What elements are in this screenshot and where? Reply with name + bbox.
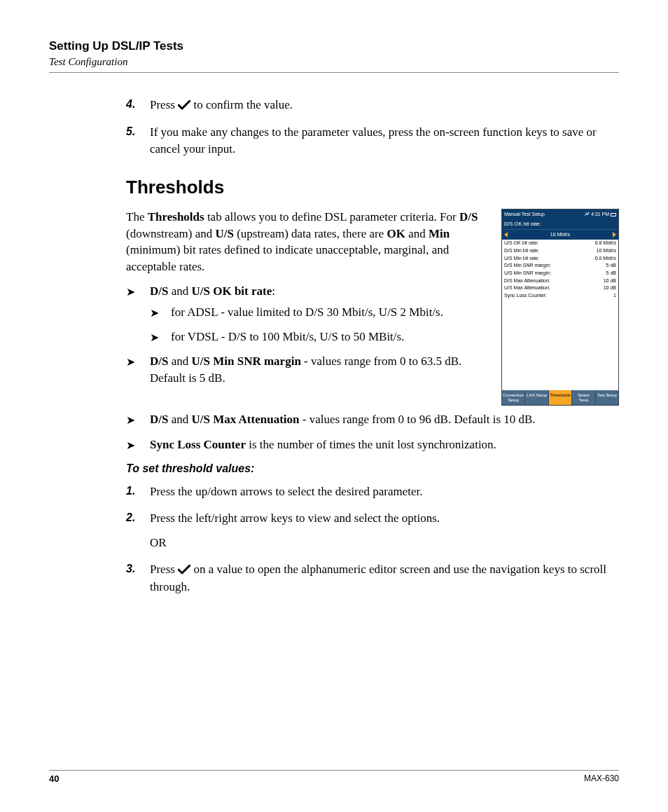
text: and [168, 284, 191, 298]
device-screen-title: Manual Test Setup [504, 211, 545, 218]
device-row-value: 0.6 Mbit/s [595, 255, 616, 262]
text: and [168, 355, 191, 368]
sub-bullet: for ADSL - value limited to D/S 30 Mbit/… [150, 304, 619, 320]
checkmark-icon [178, 563, 190, 579]
bold-text: D/S [150, 284, 168, 298]
device-row-value: 16 Mbit/s [597, 247, 616, 254]
header-divider [49, 72, 619, 73]
sub-bullet-list: for ADSL - value limited to D/S 30 Mbit/… [150, 304, 619, 345]
device-row-label: U/S Min SNR margin: [504, 270, 551, 277]
text: and [405, 227, 429, 240]
bold-text: U/S Min SNR margin [192, 355, 301, 368]
step-text-post: to confirm the value. [193, 98, 293, 111]
step-text-pre: Press [150, 98, 178, 111]
device-row-value: 0.8 Mbit/s [595, 240, 616, 247]
device-row-label: D/S Min bit rate: [504, 247, 539, 254]
bold-text: U/S Max Attenuation [192, 413, 300, 426]
or-text: OR [150, 535, 619, 551]
footer-divider [49, 770, 619, 771]
device-row-label: D/S Min SNR margin: [504, 262, 551, 269]
text: is the number of times the unit lost syn… [246, 438, 496, 451]
section-title: Test Configuration [49, 56, 619, 68]
set-thresholds-subheading: To set threshold values: [126, 461, 619, 476]
text: The [126, 210, 148, 223]
step-text: Press the up/down arrows to select the d… [150, 485, 422, 498]
text: (downstream) and [126, 227, 215, 240]
text: : [272, 284, 275, 298]
device-row-label: U/S Min bit rate: [504, 255, 539, 262]
device-row-label: U/S OK bit rate: [504, 240, 538, 247]
step-4: 4. Press to confirm the value. [126, 97, 619, 114]
device-row-value: 5 dB [606, 270, 616, 277]
step-number: 3. [126, 561, 135, 577]
step-2: 2. Press the left/right arrow keys to vi… [126, 510, 619, 551]
bold-text: Thresholds [148, 210, 204, 223]
step-3: 3. Press on a value to open the alphanum… [126, 561, 619, 596]
step-number: 5. [126, 124, 135, 139]
right-arrow-icon [613, 232, 616, 238]
device-time: 4:31 PM [591, 211, 609, 218]
device-param-selector: 18 Mbit/s [502, 229, 618, 240]
device-list-row: U/S Min bit rate:0.6 Mbit/s [502, 254, 618, 262]
device-row-value: 5 dB [606, 262, 616, 269]
device-tab: Connection Setup [502, 390, 525, 405]
device-tab: Thresholds [549, 390, 572, 405]
device-tab: LAN Setup [525, 390, 548, 405]
page-number: 40 [49, 773, 59, 784]
step-text: Press the left/right arrow keys to view … [150, 511, 440, 525]
text: tab allows you to define DSL parameter c… [204, 210, 459, 223]
text: - values range from 0 to 96 dB. Default … [299, 413, 535, 426]
device-tab: Select Tests [572, 390, 595, 405]
battery-icon: 🗲 [585, 211, 590, 218]
sub-bullet: for VDSL - D/S to 100 Mbit/s, U/S to 50 … [150, 329, 619, 345]
device-list-row: D/S Min SNR margin:5 dB [502, 262, 618, 270]
step-5: 5. If you make any changes to the parame… [126, 124, 619, 157]
chapter-title: Setting Up DSL/IP Tests [49, 39, 619, 53]
step-text: If you make any changes to the parameter… [150, 125, 597, 155]
step-number: 1. [126, 483, 135, 499]
bold-text: U/S [215, 227, 233, 240]
bullet-attenuation: D/S and U/S Max Attenuation - values ran… [126, 411, 619, 427]
device-statusbar: Manual Test Setup 🗲 4:31 PM [502, 209, 618, 219]
text: (upstream) data rates, there are [234, 227, 387, 240]
step-number: 2. [126, 510, 135, 525]
model-name: MAX-630 [584, 773, 619, 784]
bottom-step-list: 1. Press the up/down arrows to select th… [126, 483, 619, 595]
device-tab-bar: Connection SetupLAN SetupThresholdsSelec… [502, 390, 618, 405]
bullet-snr: D/S and U/S Min SNR margin - values rang… [126, 353, 619, 386]
bold-text: D/S [150, 355, 168, 368]
main-content: 4. Press to confirm the value. 5. If you… [126, 97, 619, 596]
thresholds-heading: Thresholds [126, 175, 619, 200]
device-list-row: D/S Min bit rate:16 Mbit/s [502, 247, 618, 255]
bold-text: D/S [459, 210, 478, 223]
bullet-bitrate: D/S and U/S OK bit rate: for ADSL - valu… [126, 283, 619, 345]
device-param-label: D/S OK bit rate: [502, 219, 618, 229]
thresholds-bullet-list: D/S and U/S OK bit rate: for ADSL - valu… [126, 283, 619, 453]
step-1: 1. Press the up/down arrows to select th… [126, 483, 619, 500]
device-list-row: U/S Min SNR margin:5 dB [502, 270, 618, 277]
battery-icon [611, 213, 616, 216]
bold-text: Sync Loss Counter [150, 438, 246, 451]
bold-text: D/S [150, 413, 168, 426]
device-list-row: U/S OK bit rate:0.8 Mbit/s [502, 240, 618, 247]
text: (minimum) bit rates defined to indicate … [126, 243, 449, 273]
text: and [168, 413, 191, 426]
checkmark-icon [178, 98, 190, 114]
step-text-post: on a value to open the alphanumeric edit… [150, 563, 606, 593]
device-param-value: 18 Mbit/s [550, 231, 570, 238]
device-tab: Test Setup [596, 390, 618, 405]
page-footer: 40 MAX-630 [49, 770, 619, 784]
bold-text: Min [429, 227, 450, 240]
bold-text: U/S OK bit rate [192, 284, 272, 298]
step-text-pre: Press [150, 563, 178, 576]
bold-text: OK [387, 227, 405, 240]
step-number: 4. [126, 97, 135, 112]
bullet-sync: Sync Loss Counter is the number of times… [126, 436, 619, 453]
top-step-list: 4. Press to confirm the value. 5. If you… [126, 97, 619, 157]
left-arrow-icon [504, 232, 508, 238]
